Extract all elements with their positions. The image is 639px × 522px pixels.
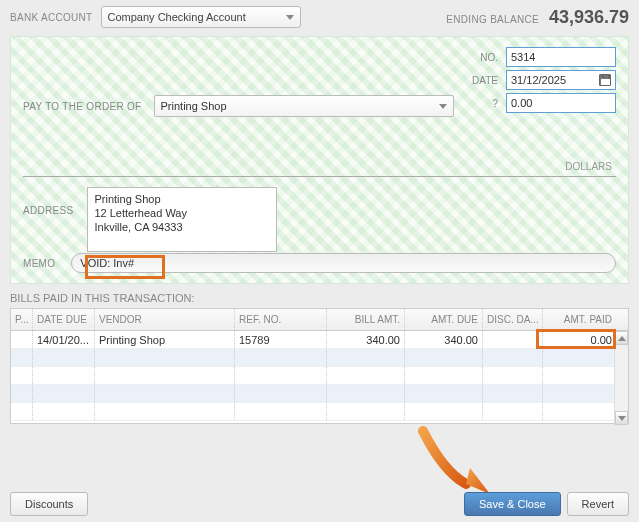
col-amt-paid[interactable]: AMT. PAID: [543, 309, 616, 330]
cell-amt-due: 340.00: [405, 331, 483, 348]
address-text: Printing Shop 12 Letterhead Way Inkville…: [94, 193, 187, 233]
col-disc-date[interactable]: DISC. DA...: [483, 309, 543, 330]
address-label: ADDRESS: [23, 205, 73, 216]
dollars-line: DOLLARS: [23, 163, 616, 177]
memo-label: MEMO: [23, 258, 55, 269]
scroll-down-button[interactable]: [615, 411, 628, 425]
table-row[interactable]: [11, 403, 628, 421]
chevron-down-icon: [439, 104, 447, 109]
check-amount-input[interactable]: 0.00: [506, 93, 616, 113]
col-vendor[interactable]: VENDOR: [95, 309, 235, 330]
grid-header: P... DATE DUE VENDOR REF. NO. BILL AMT. …: [11, 309, 628, 331]
address-input[interactable]: Printing Shop 12 Letterhead Way Inkville…: [87, 187, 277, 252]
table-row[interactable]: [11, 349, 628, 367]
check-no-value: 5314: [511, 51, 535, 63]
calendar-icon[interactable]: [599, 74, 611, 86]
bills-title: BILLS PAID IN THIS TRANSACTION:: [10, 292, 629, 304]
annotation-arrow-icon: [418, 426, 498, 496]
memo-input[interactable]: VOID: Inv#: [71, 253, 616, 273]
chevron-up-icon: [618, 336, 626, 341]
col-paid-flag[interactable]: P...: [11, 309, 33, 330]
memo-value: VOID: Inv#: [80, 257, 134, 269]
svg-marker-0: [466, 468, 490, 494]
table-row[interactable]: 14/01/20... Printing Shop 15789 340.00 3…: [11, 331, 628, 349]
col-ref-no[interactable]: REF. NO.: [235, 309, 327, 330]
chevron-down-icon: [618, 416, 626, 421]
col-bill-amt[interactable]: BILL AMT.: [327, 309, 405, 330]
scrollbar[interactable]: [614, 331, 628, 425]
bank-account-select[interactable]: Company Checking Account: [101, 6, 301, 28]
check-no-label: NO.: [468, 52, 498, 63]
bank-account-label: BANK ACCOUNT: [10, 12, 93, 23]
dollars-label: DOLLARS: [565, 161, 612, 172]
cell-ref-no: 15789: [235, 331, 327, 348]
discounts-button[interactable]: Discounts: [10, 492, 88, 516]
check-amount-label: ?: [468, 98, 498, 109]
col-date-due[interactable]: DATE DUE: [33, 309, 95, 330]
cell-bill-amt: 340.00: [327, 331, 405, 348]
bills-grid: P... DATE DUE VENDOR REF. NO. BILL AMT. …: [10, 308, 629, 424]
table-row[interactable]: [11, 385, 628, 403]
scroll-up-button[interactable]: [615, 331, 628, 345]
cell-paid-flag: [11, 331, 33, 348]
check-date-label: DATE: [468, 75, 498, 86]
save-close-button[interactable]: Save & Close: [464, 492, 561, 516]
check-date-value: 31/12/2025: [511, 74, 566, 86]
check-amount-value: 0.00: [511, 97, 532, 109]
payee-label: PAY TO THE ORDER OF: [23, 101, 142, 112]
ending-balance-value: 43,936.79: [549, 7, 629, 28]
check-no-input[interactable]: 5314: [506, 47, 616, 67]
check-panel: NO. 5314 DATE 31/12/2025 ? 0.00 PAY TO T…: [10, 36, 629, 284]
payee-select[interactable]: Printing Shop: [154, 95, 454, 117]
cell-amt-paid[interactable]: 0.00: [543, 331, 616, 348]
cell-disc-date: [483, 331, 543, 348]
revert-button[interactable]: Revert: [567, 492, 629, 516]
cell-date-due: 14/01/20...: [33, 331, 95, 348]
table-row[interactable]: [11, 367, 628, 385]
bank-account-value: Company Checking Account: [108, 11, 246, 23]
col-amt-due[interactable]: AMT. DUE: [405, 309, 483, 330]
ending-balance-label: ENDING BALANCE: [446, 14, 539, 25]
check-date-input[interactable]: 31/12/2025: [506, 70, 616, 90]
cell-vendor: Printing Shop: [95, 331, 235, 348]
payee-value: Printing Shop: [161, 100, 227, 112]
chevron-down-icon: [286, 15, 294, 20]
